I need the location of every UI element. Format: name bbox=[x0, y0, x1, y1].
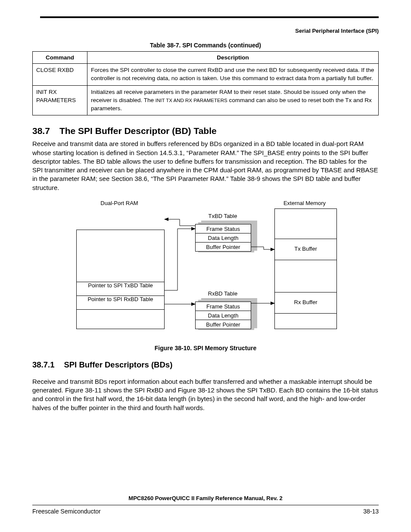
table-header-command: Command bbox=[33, 52, 87, 64]
top-header-rule bbox=[40, 16, 379, 18]
subsection-heading: 38.7.1SPI Buffer Descriptors (BDs) bbox=[32, 360, 379, 370]
spi-commands-table: Command Description CLOSE RXBD Forces th… bbox=[32, 51, 379, 115]
desc-small: INIT TX AND RX PARAMETERS bbox=[156, 98, 227, 103]
footer-left: Freescale Semiconductor bbox=[32, 508, 101, 515]
section-number: 38.7 bbox=[32, 126, 50, 136]
footer-page-number: 38-13 bbox=[363, 508, 379, 515]
figure-caption: Figure 38-10. SPI Memory Structure bbox=[32, 345, 379, 352]
table-header-description: Description bbox=[87, 52, 379, 64]
subsection-title: SPI Buffer Descriptors (BDs) bbox=[64, 360, 172, 369]
section-title: The SPI Buffer Descriptor (BD) Table bbox=[59, 126, 217, 136]
table-row: CLOSE RXBD Forces the SPI controller to … bbox=[33, 64, 379, 86]
footer-doc-title: MPC8260 PowerQUICC II Family Reference M… bbox=[32, 495, 379, 505]
section-heading: 38.7The SPI Buffer Descriptor (BD) Table bbox=[32, 126, 379, 136]
command-cell: CLOSE RXBD bbox=[33, 64, 87, 86]
subsection-paragraph: Receive and transmit BDs report informat… bbox=[32, 377, 379, 412]
figure-arrows bbox=[68, 200, 343, 342]
section-paragraph: Receive and transmit data are stored in … bbox=[32, 140, 379, 192]
table-caption: Table 38-7. SPI Commands (continued) bbox=[32, 42, 379, 49]
description-cell: Forces the SPI controller to close the c… bbox=[87, 64, 379, 86]
page-footer: MPC8260 PowerQUICC II Family Reference M… bbox=[32, 495, 379, 515]
command-cell: INIT RX PARAMETERS bbox=[33, 85, 87, 115]
subsection-number: 38.7.1 bbox=[32, 360, 54, 369]
table-row: INIT RX PARAMETERS Initializes all recei… bbox=[33, 85, 379, 115]
page-header-section: Serial Peripheral Interface (SPI) bbox=[32, 28, 379, 34]
description-cell: Initializes all receive parameters in th… bbox=[87, 85, 379, 115]
spi-memory-structure-figure: Dual-Port RAM External Memory Tx Buffer … bbox=[68, 200, 343, 342]
